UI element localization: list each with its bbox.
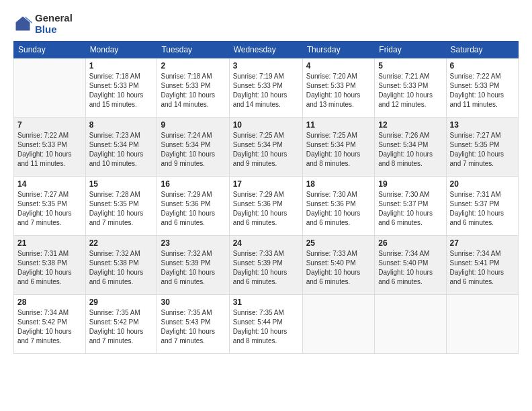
logo-general: General bbox=[35, 12, 73, 24]
day-number: 21 bbox=[17, 238, 82, 248]
col-header-sunday: Sunday bbox=[14, 41, 86, 58]
day-info: Sunrise: 7:21 AM Sunset: 5:33 PM Dayligh… bbox=[378, 72, 442, 109]
day-number: 29 bbox=[89, 298, 154, 307]
logo-icon bbox=[13, 14, 32, 33]
day-number: 5 bbox=[378, 61, 442, 71]
calendar-cell bbox=[375, 294, 446, 353]
day-info: Sunrise: 7:26 AM Sunset: 5:34 PM Dayligh… bbox=[378, 131, 442, 169]
day-number: 9 bbox=[161, 120, 225, 130]
calendar-cell: 31Sunrise: 7:35 AM Sunset: 5:44 PM Dayli… bbox=[229, 294, 302, 353]
day-info: Sunrise: 7:34 AM Sunset: 5:41 PM Dayligh… bbox=[450, 249, 515, 287]
calendar-cell: 4Sunrise: 7:20 AM Sunset: 5:33 PM Daylig… bbox=[302, 58, 375, 117]
day-info: Sunrise: 7:22 AM Sunset: 5:33 PM Dayligh… bbox=[17, 131, 82, 169]
day-info: Sunrise: 7:23 AM Sunset: 5:34 PM Dayligh… bbox=[89, 131, 154, 169]
calendar-cell: 25Sunrise: 7:33 AM Sunset: 5:40 PM Dayli… bbox=[302, 235, 375, 294]
day-number: 8 bbox=[89, 120, 154, 130]
logo-text: General Blue bbox=[35, 12, 73, 36]
day-info: Sunrise: 7:32 AM Sunset: 5:38 PM Dayligh… bbox=[89, 249, 154, 287]
calendar-cell: 30Sunrise: 7:35 AM Sunset: 5:43 PM Dayli… bbox=[157, 294, 229, 353]
calendar-header-row: SundayMondayTuesdayWednesdayThursdayFrid… bbox=[14, 41, 519, 58]
day-info: Sunrise: 7:33 AM Sunset: 5:39 PM Dayligh… bbox=[233, 249, 299, 287]
day-number: 14 bbox=[17, 179, 82, 189]
day-number: 22 bbox=[89, 238, 154, 248]
calendar-cell bbox=[14, 58, 86, 117]
calendar-cell: 13Sunrise: 7:27 AM Sunset: 5:35 PM Dayli… bbox=[446, 117, 518, 176]
page: General Blue SundayMondayTuesdayWednesda… bbox=[0, 0, 532, 411]
day-number: 4 bbox=[306, 61, 371, 71]
day-info: Sunrise: 7:33 AM Sunset: 5:40 PM Dayligh… bbox=[306, 249, 371, 287]
calendar-cell: 29Sunrise: 7:35 AM Sunset: 5:42 PM Dayli… bbox=[85, 294, 157, 353]
day-number: 11 bbox=[306, 120, 371, 130]
day-info: Sunrise: 7:35 AM Sunset: 5:43 PM Dayligh… bbox=[161, 308, 225, 346]
calendar-cell: 3Sunrise: 7:19 AM Sunset: 5:33 PM Daylig… bbox=[229, 58, 302, 117]
calendar-cell: 17Sunrise: 7:29 AM Sunset: 5:36 PM Dayli… bbox=[229, 176, 302, 235]
col-header-friday: Friday bbox=[375, 41, 446, 58]
calendar-cell: 26Sunrise: 7:34 AM Sunset: 5:40 PM Dayli… bbox=[375, 235, 446, 294]
calendar-cell: 1Sunrise: 7:18 AM Sunset: 5:33 PM Daylig… bbox=[85, 58, 157, 117]
day-info: Sunrise: 7:27 AM Sunset: 5:35 PM Dayligh… bbox=[450, 131, 515, 169]
day-info: Sunrise: 7:34 AM Sunset: 5:40 PM Dayligh… bbox=[378, 249, 442, 287]
day-info: Sunrise: 7:19 AM Sunset: 5:33 PM Dayligh… bbox=[233, 72, 299, 109]
day-info: Sunrise: 7:24 AM Sunset: 5:34 PM Dayligh… bbox=[161, 131, 225, 169]
day-info: Sunrise: 7:32 AM Sunset: 5:39 PM Dayligh… bbox=[161, 249, 225, 287]
day-number: 20 bbox=[450, 179, 515, 189]
day-info: Sunrise: 7:35 AM Sunset: 5:42 PM Dayligh… bbox=[89, 308, 154, 346]
day-info: Sunrise: 7:18 AM Sunset: 5:33 PM Dayligh… bbox=[89, 72, 154, 109]
col-header-thursday: Thursday bbox=[302, 41, 375, 58]
calendar-cell: 18Sunrise: 7:30 AM Sunset: 5:36 PM Dayli… bbox=[302, 176, 375, 235]
calendar-week-row: 21Sunrise: 7:31 AM Sunset: 5:38 PM Dayli… bbox=[14, 235, 519, 294]
day-number: 15 bbox=[89, 179, 154, 189]
day-number: 18 bbox=[306, 179, 371, 189]
calendar-table: SundayMondayTuesdayWednesdayThursdayFrid… bbox=[13, 41, 519, 354]
day-number: 17 bbox=[233, 179, 299, 189]
calendar-cell: 23Sunrise: 7:32 AM Sunset: 5:39 PM Dayli… bbox=[157, 235, 229, 294]
calendar-week-row: 14Sunrise: 7:27 AM Sunset: 5:35 PM Dayli… bbox=[14, 176, 519, 235]
calendar-cell: 14Sunrise: 7:27 AM Sunset: 5:35 PM Dayli… bbox=[14, 176, 86, 235]
day-number: 10 bbox=[233, 120, 299, 130]
day-number: 19 bbox=[378, 179, 442, 189]
day-number: 16 bbox=[161, 179, 225, 189]
calendar-cell: 21Sunrise: 7:31 AM Sunset: 5:38 PM Dayli… bbox=[14, 235, 86, 294]
day-info: Sunrise: 7:35 AM Sunset: 5:44 PM Dayligh… bbox=[233, 308, 299, 346]
day-info: Sunrise: 7:18 AM Sunset: 5:33 PM Dayligh… bbox=[161, 72, 225, 109]
calendar-cell: 6Sunrise: 7:22 AM Sunset: 5:33 PM Daylig… bbox=[446, 58, 518, 117]
day-number: 7 bbox=[17, 120, 82, 130]
calendar-cell: 22Sunrise: 7:32 AM Sunset: 5:38 PM Dayli… bbox=[85, 235, 157, 294]
day-number: 23 bbox=[161, 238, 225, 248]
calendar-cell: 12Sunrise: 7:26 AM Sunset: 5:34 PM Dayli… bbox=[375, 117, 446, 176]
logo-blue: Blue bbox=[35, 24, 73, 35]
calendar-week-row: 28Sunrise: 7:34 AM Sunset: 5:42 PM Dayli… bbox=[14, 294, 519, 353]
day-number: 25 bbox=[306, 238, 371, 248]
calendar-cell: 9Sunrise: 7:24 AM Sunset: 5:34 PM Daylig… bbox=[157, 117, 229, 176]
day-number: 26 bbox=[378, 238, 442, 248]
day-info: Sunrise: 7:30 AM Sunset: 5:36 PM Dayligh… bbox=[306, 190, 371, 228]
day-info: Sunrise: 7:28 AM Sunset: 5:35 PM Dayligh… bbox=[89, 190, 154, 228]
col-header-wednesday: Wednesday bbox=[229, 41, 302, 58]
day-number: 24 bbox=[233, 238, 299, 248]
day-number: 2 bbox=[161, 61, 225, 71]
calendar-cell: 19Sunrise: 7:30 AM Sunset: 5:37 PM Dayli… bbox=[375, 176, 446, 235]
day-info: Sunrise: 7:31 AM Sunset: 5:37 PM Dayligh… bbox=[450, 190, 515, 228]
day-number: 3 bbox=[233, 61, 299, 71]
day-info: Sunrise: 7:25 AM Sunset: 5:34 PM Dayligh… bbox=[233, 131, 299, 169]
header: General Blue bbox=[13, 12, 519, 36]
day-number: 27 bbox=[450, 238, 515, 248]
day-number: 13 bbox=[450, 120, 515, 130]
calendar-cell bbox=[446, 294, 518, 353]
col-header-saturday: Saturday bbox=[446, 41, 518, 58]
calendar-cell: 20Sunrise: 7:31 AM Sunset: 5:37 PM Dayli… bbox=[446, 176, 518, 235]
day-info: Sunrise: 7:27 AM Sunset: 5:35 PM Dayligh… bbox=[17, 190, 82, 228]
calendar-cell: 28Sunrise: 7:34 AM Sunset: 5:42 PM Dayli… bbox=[14, 294, 86, 353]
calendar-week-row: 1Sunrise: 7:18 AM Sunset: 5:33 PM Daylig… bbox=[14, 58, 519, 117]
day-number: 12 bbox=[378, 120, 442, 130]
day-number: 1 bbox=[89, 61, 154, 71]
day-info: Sunrise: 7:29 AM Sunset: 5:36 PM Dayligh… bbox=[233, 190, 299, 228]
day-info: Sunrise: 7:25 AM Sunset: 5:34 PM Dayligh… bbox=[306, 131, 371, 169]
col-header-monday: Monday bbox=[85, 41, 157, 58]
day-number: 6 bbox=[450, 61, 515, 71]
day-info: Sunrise: 7:20 AM Sunset: 5:33 PM Dayligh… bbox=[306, 72, 371, 109]
calendar-cell bbox=[302, 294, 375, 353]
calendar-cell: 16Sunrise: 7:29 AM Sunset: 5:36 PM Dayli… bbox=[157, 176, 229, 235]
calendar-cell: 8Sunrise: 7:23 AM Sunset: 5:34 PM Daylig… bbox=[85, 117, 157, 176]
calendar-cell: 15Sunrise: 7:28 AM Sunset: 5:35 PM Dayli… bbox=[85, 176, 157, 235]
